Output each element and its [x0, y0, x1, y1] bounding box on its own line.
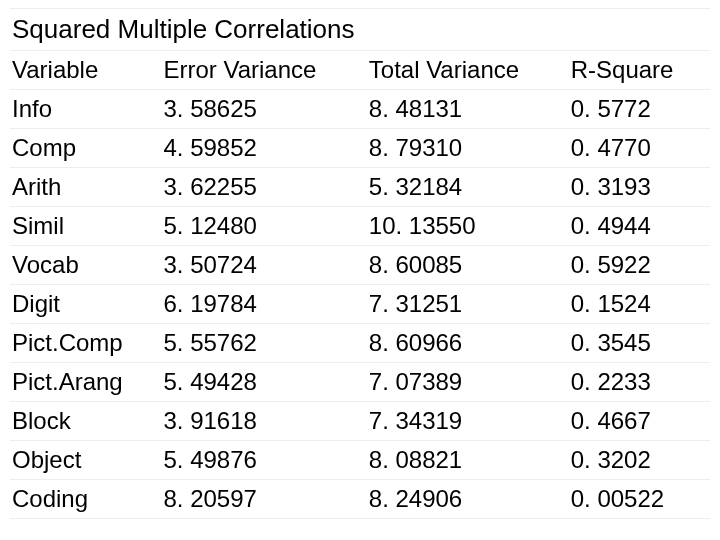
cell-total-variance: 5. 32184	[367, 168, 569, 207]
cell-r-square: 0. 5772	[569, 90, 710, 129]
cell-total-variance: 7. 31251	[367, 285, 569, 324]
cell-error-variance: 5. 49876	[161, 441, 366, 480]
cell-error-variance: 3. 62255	[161, 168, 366, 207]
cell-total-variance: 7. 07389	[367, 363, 569, 402]
cell-error-variance: 3. 50724	[161, 246, 366, 285]
table-row: Vocab 3. 50724 8. 60085 0. 5922	[10, 246, 710, 285]
cell-r-square: 0. 3545	[569, 324, 710, 363]
cell-variable: Info	[10, 90, 161, 129]
cell-r-square: 0. 1524	[569, 285, 710, 324]
cell-error-variance: 6. 19784	[161, 285, 366, 324]
cell-error-variance: 5. 49428	[161, 363, 366, 402]
cell-variable: Coding	[10, 480, 161, 519]
table-row: Simil 5. 12480 10. 13550 0. 4944	[10, 207, 710, 246]
cell-total-variance: 8. 79310	[367, 129, 569, 168]
table-title: Squared Multiple Correlations	[10, 9, 710, 51]
cell-error-variance: 5. 55762	[161, 324, 366, 363]
cell-variable: Pict.Arang	[10, 363, 161, 402]
header-row: Variable Error Variance Total Variance R…	[10, 51, 710, 90]
cell-r-square: 0. 4944	[569, 207, 710, 246]
cell-error-variance: 3. 58625	[161, 90, 366, 129]
table-row: Comp 4. 59852 8. 79310 0. 4770	[10, 129, 710, 168]
title-row: Squared Multiple Correlations	[10, 9, 710, 51]
cell-error-variance: 5. 12480	[161, 207, 366, 246]
cell-total-variance: 8. 48131	[367, 90, 569, 129]
cell-r-square: 0. 00522	[569, 480, 710, 519]
cell-r-square: 0. 5922	[569, 246, 710, 285]
table-row: Object 5. 49876 8. 08821 0. 3202	[10, 441, 710, 480]
table-row: Arith 3. 62255 5. 32184 0. 3193	[10, 168, 710, 207]
cell-r-square: 0. 4770	[569, 129, 710, 168]
header-total-variance: Total Variance	[367, 51, 569, 90]
header-error-variance: Error Variance	[161, 51, 366, 90]
table-row: Pict.Comp 5. 55762 8. 60966 0. 3545	[10, 324, 710, 363]
header-r-square: R-Square	[569, 51, 710, 90]
cell-total-variance: 8. 08821	[367, 441, 569, 480]
cell-variable: Object	[10, 441, 161, 480]
table-row: Coding 8. 20597 8. 24906 0. 00522	[10, 480, 710, 519]
table-row: Pict.Arang 5. 49428 7. 07389 0. 2233	[10, 363, 710, 402]
cell-r-square: 0. 4667	[569, 402, 710, 441]
cell-r-square: 0. 3193	[569, 168, 710, 207]
cell-total-variance: 8. 24906	[367, 480, 569, 519]
cell-error-variance: 8. 20597	[161, 480, 366, 519]
cell-variable: Block	[10, 402, 161, 441]
cell-variable: Arith	[10, 168, 161, 207]
cell-total-variance: 7. 34319	[367, 402, 569, 441]
cell-variable: Digit	[10, 285, 161, 324]
cell-r-square: 0. 2233	[569, 363, 710, 402]
cell-r-square: 0. 3202	[569, 441, 710, 480]
cell-variable: Vocab	[10, 246, 161, 285]
cell-error-variance: 3. 91618	[161, 402, 366, 441]
cell-total-variance: 8. 60966	[367, 324, 569, 363]
cell-total-variance: 8. 60085	[367, 246, 569, 285]
table-row: Info 3. 58625 8. 48131 0. 5772	[10, 90, 710, 129]
table-row: Block 3. 91618 7. 34319 0. 4667	[10, 402, 710, 441]
cell-variable: Pict.Comp	[10, 324, 161, 363]
header-variable: Variable	[10, 51, 161, 90]
table-row: Digit 6. 19784 7. 31251 0. 1524	[10, 285, 710, 324]
cell-variable: Simil	[10, 207, 161, 246]
correlations-table: Squared Multiple Correlations Variable E…	[10, 8, 710, 519]
cell-total-variance: 10. 13550	[367, 207, 569, 246]
cell-variable: Comp	[10, 129, 161, 168]
cell-error-variance: 4. 59852	[161, 129, 366, 168]
